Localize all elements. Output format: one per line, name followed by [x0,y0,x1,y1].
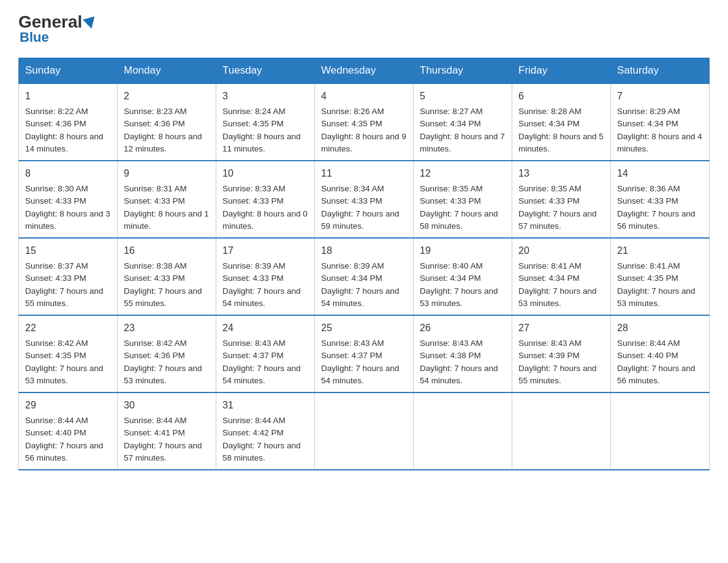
daylight-text: Daylight: 7 hours and 53 minutes. [617,286,696,308]
calendar-cell: 21Sunrise: 8:41 AMSunset: 4:35 PMDayligh… [611,238,710,315]
sunset-text: Sunset: 4:33 PM [124,196,185,205]
daylight-text: Daylight: 7 hours and 55 minutes. [518,364,597,385]
calendar-cell: 31Sunrise: 8:44 AMSunset: 4:42 PMDayligh… [216,393,315,470]
sunset-text: Sunset: 4:35 PM [617,274,678,283]
page-header: General Blue [18,12,710,45]
daylight-text: Daylight: 7 hours and 56 minutes. [25,441,104,462]
daylight-text: Daylight: 8 hours and 12 minutes. [124,132,202,153]
sunset-text: Sunset: 4:33 PM [25,196,86,205]
sunset-text: Sunset: 4:36 PM [124,119,185,128]
daylight-text: Daylight: 8 hours and 9 minutes. [321,132,406,153]
day-number: 9 [124,166,210,181]
daylight-text: Daylight: 7 hours and 58 minutes. [420,209,498,231]
calendar-table: SundayMondayTuesdayWednesdayThursdayFrid… [18,58,710,470]
calendar-cell: 4Sunrise: 8:26 AMSunset: 4:35 PMDaylight… [315,83,414,161]
calendar-cell: 19Sunrise: 8:40 AMSunset: 4:34 PMDayligh… [414,238,512,315]
daylight-text: Daylight: 7 hours and 58 minutes. [222,441,301,462]
calendar-cell: 11Sunrise: 8:34 AMSunset: 4:33 PMDayligh… [315,161,414,238]
calendar-cell: 5Sunrise: 8:27 AMSunset: 4:34 PMDaylight… [414,83,512,161]
calendar-cell: 8Sunrise: 8:30 AMSunset: 4:33 PMDaylight… [19,161,118,238]
day-number: 31 [222,398,308,413]
sunset-text: Sunset: 4:36 PM [25,119,86,128]
calendar-week-row: 8Sunrise: 8:30 AMSunset: 4:33 PMDaylight… [19,161,710,238]
day-number: 8 [25,166,111,181]
daylight-text: Daylight: 8 hours and 14 minutes. [25,132,104,153]
day-number: 24 [222,321,308,335]
daylight-text: Daylight: 7 hours and 54 minutes. [420,364,498,385]
logo: General Blue [18,12,96,45]
calendar-cell: 13Sunrise: 8:35 AMSunset: 4:33 PMDayligh… [512,161,611,238]
day-number: 30 [124,398,210,413]
sunrise-text: Sunrise: 8:27 AM [420,107,483,116]
sunset-text: Sunset: 4:35 PM [222,119,284,128]
sunset-text: Sunset: 4:35 PM [25,351,86,360]
daylight-text: Daylight: 7 hours and 59 minutes. [321,209,400,231]
daylight-text: Daylight: 8 hours and 1 minute. [124,209,209,231]
sunset-text: Sunset: 4:33 PM [124,274,185,283]
calendar-cell [414,393,512,470]
sunrise-text: Sunrise: 8:40 AM [420,261,483,270]
calendar-cell: 26Sunrise: 8:43 AMSunset: 4:38 PMDayligh… [414,315,512,393]
day-number: 10 [222,166,308,181]
calendar-cell: 25Sunrise: 8:43 AMSunset: 4:37 PMDayligh… [315,315,414,393]
calendar-cell: 9Sunrise: 8:31 AMSunset: 4:33 PMDaylight… [118,161,216,238]
sunset-text: Sunset: 4:33 PM [321,196,382,205]
day-number: 16 [124,243,210,258]
calendar-cell: 24Sunrise: 8:43 AMSunset: 4:37 PMDayligh… [216,315,315,393]
sunrise-text: Sunrise: 8:38 AM [124,261,187,270]
sunrise-text: Sunrise: 8:34 AM [321,184,384,193]
calendar-cell: 27Sunrise: 8:43 AMSunset: 4:39 PMDayligh… [512,315,611,393]
day-number: 4 [321,89,407,104]
sunset-text: Sunset: 4:34 PM [420,119,481,128]
sunrise-text: Sunrise: 8:24 AM [222,107,286,116]
calendar-cell: 2Sunrise: 8:23 AMSunset: 4:36 PMDaylight… [118,83,216,161]
calendar-cell: 10Sunrise: 8:33 AMSunset: 4:33 PMDayligh… [216,161,315,238]
daylight-text: Daylight: 7 hours and 53 minutes. [420,286,498,308]
sunrise-text: Sunrise: 8:36 AM [617,184,680,193]
sunset-text: Sunset: 4:39 PM [518,351,580,360]
sunrise-text: Sunrise: 8:29 AM [617,107,680,116]
daylight-text: Daylight: 8 hours and 0 minutes. [222,209,308,231]
sunrise-text: Sunrise: 8:37 AM [25,261,88,270]
sunrise-text: Sunrise: 8:43 AM [518,339,582,348]
sunrise-text: Sunrise: 8:44 AM [124,416,187,425]
day-number: 20 [518,243,604,258]
sunset-text: Sunset: 4:33 PM [222,274,284,283]
sunset-text: Sunset: 4:34 PM [518,274,580,283]
day-number: 7 [617,89,703,104]
calendar-cell: 3Sunrise: 8:24 AMSunset: 4:35 PMDaylight… [216,83,315,161]
col-header-sunday: Sunday [19,58,118,84]
sunrise-text: Sunrise: 8:23 AM [124,107,187,116]
day-number: 26 [420,321,506,335]
daylight-text: Daylight: 7 hours and 57 minutes. [518,209,597,231]
daylight-text: Daylight: 7 hours and 54 minutes. [321,286,400,308]
daylight-text: Daylight: 7 hours and 54 minutes. [222,364,301,385]
logo-blue-text: Blue [20,29,49,45]
sunset-text: Sunset: 4:36 PM [124,351,185,360]
calendar-cell: 15Sunrise: 8:37 AMSunset: 4:33 PMDayligh… [19,238,118,315]
calendar-cell: 17Sunrise: 8:39 AMSunset: 4:33 PMDayligh… [216,238,315,315]
calendar-week-row: 1Sunrise: 8:22 AMSunset: 4:36 PMDaylight… [19,83,710,161]
daylight-text: Daylight: 7 hours and 53 minutes. [25,364,104,385]
sunrise-text: Sunrise: 8:43 AM [222,339,286,348]
calendar-cell: 12Sunrise: 8:35 AMSunset: 4:33 PMDayligh… [414,161,512,238]
day-number: 5 [420,89,506,104]
col-header-saturday: Saturday [611,58,710,84]
day-number: 12 [420,166,506,181]
calendar-cell: 29Sunrise: 8:44 AMSunset: 4:40 PMDayligh… [19,393,118,470]
sunrise-text: Sunrise: 8:35 AM [518,184,582,193]
calendar-cell: 23Sunrise: 8:42 AMSunset: 4:36 PMDayligh… [118,315,216,393]
calendar-cell [512,393,611,470]
sunset-text: Sunset: 4:34 PM [617,119,678,128]
calendar-cell: 14Sunrise: 8:36 AMSunset: 4:33 PMDayligh… [611,161,710,238]
daylight-text: Daylight: 8 hours and 4 minutes. [617,132,702,153]
col-header-monday: Monday [118,58,216,84]
sunset-text: Sunset: 4:34 PM [518,119,580,128]
calendar-cell: 20Sunrise: 8:41 AMSunset: 4:34 PMDayligh… [512,238,611,315]
daylight-text: Daylight: 7 hours and 57 minutes. [124,441,202,462]
sunset-text: Sunset: 4:40 PM [25,428,86,437]
day-number: 25 [321,321,407,335]
sunset-text: Sunset: 4:37 PM [222,351,284,360]
calendar-cell: 6Sunrise: 8:28 AMSunset: 4:34 PMDaylight… [512,83,611,161]
daylight-text: Daylight: 7 hours and 56 minutes. [617,364,696,385]
